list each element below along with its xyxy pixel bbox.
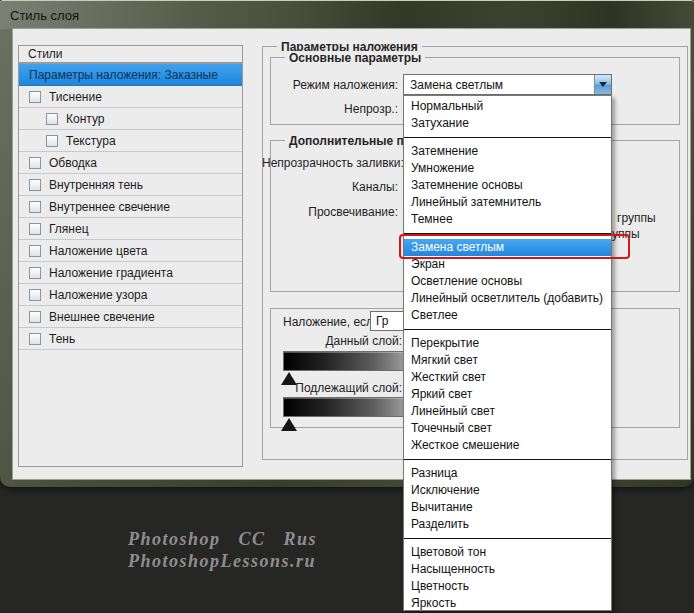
dropdown-item[interactable]: Осветление основы [404, 273, 611, 290]
dropdown-separator [404, 329, 611, 330]
styles-panel-title: Стили [28, 47, 63, 61]
dropdown-item[interactable]: Линейный затемнитель [404, 194, 611, 211]
dropdown-item[interactable]: Цветность [404, 578, 611, 595]
group-fragment-text: уппы [612, 227, 640, 241]
sidebar-item-texture[interactable]: Текстура [19, 130, 242, 152]
checkbox[interactable] [29, 267, 41, 279]
sidebar-item-label: Наложение градиента [49, 266, 173, 280]
watermark-line2: PhotoshopLessons.ru [128, 550, 317, 572]
dialog-titlebar[interactable]: Стиль слоя [0, 0, 694, 29]
dropdown-separator [404, 459, 611, 460]
underlying-layer-slider-handle[interactable] [281, 418, 297, 431]
dropdown-item[interactable]: Разница [404, 465, 611, 482]
sidebar-item-label: Текстура [66, 134, 116, 148]
checkbox[interactable] [29, 223, 41, 235]
sidebar-item-label: Внутренняя тень [49, 178, 143, 192]
sidebar-item-contour[interactable]: Контур [19, 108, 242, 130]
dropdown-item[interactable]: Линейный свет [404, 403, 611, 420]
sidebar-item-pattern-overlay[interactable]: Наложение узора [19, 284, 242, 306]
dropdown-item[interactable]: Нормальный [404, 98, 611, 115]
sidebar-item-drop-shadow[interactable]: Тень [19, 328, 242, 350]
dropdown-item[interactable]: Затухание [404, 115, 611, 132]
dropdown-item-selected[interactable]: Замена светлым [404, 239, 611, 256]
blend-if-channel-select[interactable]: Гр [370, 311, 404, 331]
opacity-label: Непрозр.: [270, 102, 398, 116]
sidebar-item-label: Наложение цвета [49, 244, 147, 258]
channels-label: Каналы: [262, 180, 398, 194]
dropdown-separator [404, 233, 611, 234]
dropdown-item[interactable]: Мягкий свет [404, 352, 611, 369]
dropdown-separator [404, 538, 611, 539]
dialog-title: Стиль слоя [10, 8, 79, 23]
dropdown-item[interactable]: Умножение [404, 160, 611, 177]
dropdown-item[interactable]: Перекрытие [404, 335, 611, 352]
checkbox[interactable] [29, 179, 41, 191]
styles-list: Параметры наложения: Заказные Тиснение К… [18, 63, 243, 467]
dropdown-item[interactable]: Затемнение [404, 143, 611, 160]
sidebar-item-label: Внешнее свечение [49, 310, 155, 324]
dropdown-item[interactable]: Цветовой тон [404, 544, 611, 561]
sidebar-item-label: Контур [66, 112, 104, 126]
screen: Стиль слоя Стили Параметры наложения: За… [0, 0, 694, 613]
this-layer-gradient-bar [283, 351, 404, 371]
checkbox[interactable] [29, 201, 41, 213]
checkbox[interactable] [29, 289, 41, 301]
dropdown-item[interactable]: Разделить [404, 516, 611, 533]
sidebar-item-label: Параметры наложения: Заказные [29, 68, 218, 82]
knockout-label: Просвечивание: [262, 205, 398, 219]
underlying-layer-gradient-bar [283, 397, 404, 417]
sidebar-item-label: Глянец [49, 222, 89, 236]
blend-mode-label: Режим наложения: [270, 78, 398, 92]
dropdown-item[interactable]: Светлее [404, 307, 611, 324]
watermark-line1: Photoshop CC Rus [128, 528, 317, 550]
sidebar-item-label: Тиснение [49, 90, 102, 104]
sidebar-item-gradient-overlay[interactable]: Наложение градиента [19, 262, 242, 284]
sidebar-item-bevel[interactable]: Тиснение [19, 86, 242, 108]
dropdown-item[interactable]: Точечный свет [404, 420, 611, 437]
sidebar-item-label: Внутреннее свечение [49, 200, 170, 214]
dropdown-item[interactable]: Исключение [404, 482, 611, 499]
sidebar-item-inner-shadow[interactable]: Внутренняя тень [19, 174, 242, 196]
dropdown-item[interactable]: Экран [404, 256, 611, 273]
styles-panel-header: Стили [18, 45, 243, 63]
dropdown-item[interactable]: Насыщенность [404, 561, 611, 578]
blend-mode-dropdown-list: Нормальный Затухание Затемнение Умножени… [403, 95, 612, 611]
dropdown-item[interactable]: Линейный осветлитель (добавить) [404, 290, 611, 307]
sidebar-item-inner-glow[interactable]: Внутреннее свечение [19, 196, 242, 218]
checkbox[interactable] [29, 245, 41, 257]
checkbox[interactable] [46, 113, 58, 125]
sidebar-item-satin[interactable]: Глянец [19, 218, 242, 240]
this-layer-slider-handle[interactable] [281, 372, 297, 385]
group-fragment-text: группы [617, 211, 656, 225]
checkbox[interactable] [29, 311, 41, 323]
watermark: Photoshop CC Rus PhotoshopLessons.ru [128, 528, 317, 572]
sidebar-item-color-overlay[interactable]: Наложение цвета [19, 240, 242, 262]
blend-mode-select[interactable]: Замена светлым [403, 74, 612, 95]
dropdown-separator [404, 137, 611, 138]
checkbox[interactable] [29, 157, 41, 169]
dropdown-item[interactable]: Жесткий свет [404, 369, 611, 386]
dropdown-item[interactable]: Яркий свет [404, 386, 611, 403]
sidebar-item-label: Наложение узора [49, 288, 147, 302]
blend-mode-value: Замена светлым [404, 75, 594, 94]
chevron-down-icon [599, 82, 607, 87]
sidebar-item-blending-options[interactable]: Параметры наложения: Заказные [19, 64, 242, 86]
fill-opacity-label: Непрозрачность заливки: [262, 156, 398, 170]
group-title: Основные параметры [285, 51, 425, 65]
checkbox[interactable] [46, 135, 58, 147]
dropdown-item[interactable]: Затемнение основы [404, 177, 611, 194]
dropdown-button[interactable] [594, 75, 611, 94]
dropdown-item[interactable]: Яркость [404, 595, 611, 612]
checkbox[interactable] [29, 91, 41, 103]
sidebar-item-outer-glow[interactable]: Внешнее свечение [19, 306, 242, 328]
sidebar-item-label: Тень [49, 332, 75, 346]
sidebar-item-stroke[interactable]: Обводка [19, 152, 242, 174]
dropdown-item[interactable]: Вычитание [404, 499, 611, 516]
this-layer-label: Данный слой: [266, 334, 402, 348]
dropdown-item[interactable]: Темнее [404, 211, 611, 228]
dropdown-item[interactable]: Жесткое смешение [404, 437, 611, 454]
checkbox[interactable] [29, 333, 41, 345]
blend-if-label: Наложение, если: [283, 315, 383, 329]
sidebar-item-label: Обводка [49, 156, 97, 170]
